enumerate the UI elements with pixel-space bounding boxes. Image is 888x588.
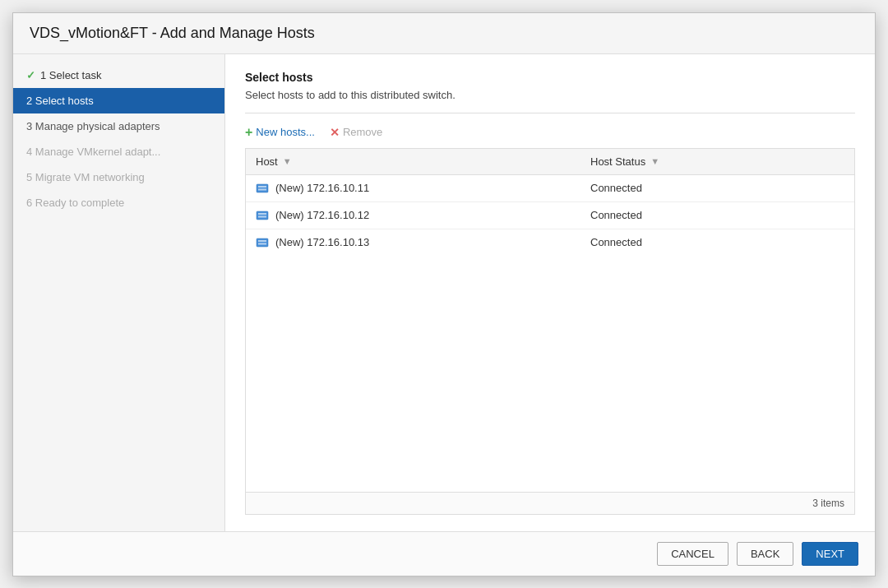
main-content: Select hosts Select hosts to add to this… [225,54,875,531]
back-button[interactable]: BACK [737,542,793,566]
host-server-icon [256,182,269,195]
svg-rect-7 [258,240,266,242]
column-header-host: Host ▼ [246,149,580,175]
table-body: (New) 172.16.10.11 Connected [246,175,854,256]
remove-button[interactable]: ✕ Remove [330,126,382,139]
x-icon: ✕ [330,126,340,139]
next-button[interactable]: NEXT [802,542,858,566]
dialog-title: VDS_vMotion&FT - Add and Manage Hosts [13,13,875,54]
host-name: (New) 172.16.10.13 [275,236,369,248]
sidebar-item-label: 3 Manage physical adapters [26,120,160,132]
sidebar-item-select-task[interactable]: ✓ 1 Select task [13,63,224,88]
svg-rect-3 [257,211,268,220]
cancel-button[interactable]: CANCEL [657,542,728,566]
column-header-status: Host Status ▼ [580,149,854,175]
host-cell: (New) 172.16.10.11 [246,175,580,202]
col-host-label: Host [256,155,278,168]
host-table-container: Host ▼ Host Status ▼ [245,148,855,515]
host-cell: (New) 172.16.10.12 [246,201,580,229]
sidebar-item-select-hosts[interactable]: 2 Select hosts [13,88,224,113]
sidebar-item-label: 4 Manage VMkernel adapt... [26,146,160,158]
sidebar-item-ready-to-complete: 6 Ready to complete [13,190,224,215]
sidebar-item-manage-physical-adapters[interactable]: 3 Manage physical adapters [13,113,224,139]
svg-rect-4 [258,213,266,215]
plus-icon: + [245,125,252,140]
table-row[interactable]: (New) 172.16.10.13 Connected [246,229,854,256]
dialog-footer: CANCEL BACK NEXT [13,531,875,576]
host-table: Host ▼ Host Status ▼ [246,149,854,175]
filter-host-icon[interactable]: ▼ [283,156,292,166]
remove-label: Remove [343,126,382,138]
host-server-icon [256,209,269,222]
sidebar: ✓ 1 Select task 2 Select hosts 3 Manage … [13,54,225,531]
section-title: Select hosts [245,71,855,84]
svg-rect-1 [258,186,266,188]
dialog-body: ✓ 1 Select task 2 Select hosts 3 Manage … [13,54,875,531]
item-count: 3 items [812,498,844,509]
sidebar-item-label: 5 Migrate VM networking [26,171,145,183]
svg-rect-5 [258,215,266,217]
sidebar-item-label: 2 Select hosts [26,95,94,107]
toolbar: + New hosts... ✕ Remove [245,125,855,140]
host-name: (New) 172.16.10.12 [275,209,369,221]
filter-status-icon[interactable]: ▼ [650,156,659,166]
table-scroll-area[interactable]: (New) 172.16.10.11 Connected [246,175,854,492]
section-divider [245,113,855,113]
sidebar-item-label: 6 Ready to complete [26,197,124,209]
status-cell: Connected [580,175,854,202]
svg-rect-2 [258,188,266,190]
table-row[interactable]: (New) 172.16.10.11 Connected [246,175,854,202]
checkmark-icon: ✓ [26,69,35,81]
svg-rect-6 [257,238,268,247]
dialog-container: VDS_vMotion&FT - Add and Manage Hosts ✓ … [12,12,876,576]
sidebar-item-label: 1 Select task [40,69,101,81]
status-cell: Connected [580,201,854,229]
status-cell: Connected [580,229,854,256]
host-data-table: (New) 172.16.10.11 Connected [246,175,854,256]
table-header: Host ▼ Host Status ▼ [246,149,854,175]
section-desc: Select hosts to add to this distributed … [245,89,855,101]
host-server-icon [256,236,269,249]
host-cell: (New) 172.16.10.13 [246,229,580,256]
table-footer: 3 items [246,492,854,514]
sidebar-item-manage-vmkernel-adapters: 4 Manage VMkernel adapt... [13,139,224,164]
new-hosts-label: New hosts... [256,126,315,138]
table-row[interactable]: (New) 172.16.10.12 Connected [246,201,854,229]
svg-rect-8 [258,243,266,244]
new-hosts-button[interactable]: + New hosts... [245,125,315,140]
host-name: (New) 172.16.10.11 [275,182,369,194]
sidebar-item-migrate-vm-networking: 5 Migrate VM networking [13,164,224,190]
col-status-label: Host Status [590,155,645,168]
svg-rect-0 [257,184,268,192]
